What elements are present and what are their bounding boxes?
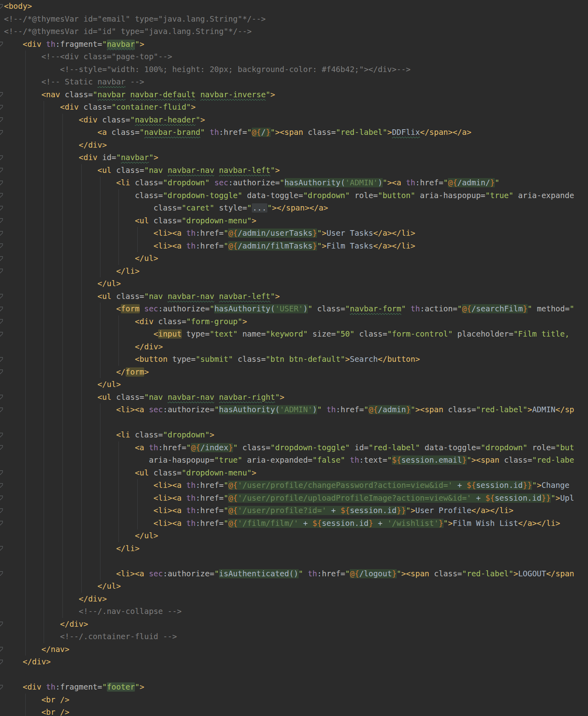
code-line[interactable]: <a th:href="@{/index}" class="dropdown-t… [0, 441, 588, 454]
code-token: aria-haspopup= [149, 455, 214, 465]
indent-space [4, 708, 41, 716]
code-line[interactable]: <!--/.nav-collapse --> [0, 605, 588, 618]
code-line[interactable]: <ul class="nav navbar-nav navbar-left"> [0, 164, 588, 177]
indent-space [140, 304, 144, 313]
code-token: " [186, 443, 191, 452]
code-token: "Film title, [514, 329, 570, 339]
code-token: /index [200, 443, 228, 452]
code-line[interactable]: <li class="dropdown" sec:authorize="hasA… [0, 176, 588, 189]
code-line[interactable]: <ul class="dropdown-menu"> [0, 215, 588, 227]
indent-space [4, 102, 60, 112]
code-line[interactable]: <div th:fragment="footer"> [0, 681, 588, 694]
code-line[interactable]: </ul> [0, 378, 588, 391]
code-line[interactable]: <a class="navbar-brand" th:href="@{/}"><… [0, 126, 588, 139]
code-line[interactable]: <ul class="nav navbar-nav navbar-right"> [0, 391, 588, 404]
code-line[interactable]: <!--<div class="page-top"--> [0, 50, 588, 63]
code-line[interactable]: <button type="submit" class="btn btn-def… [0, 353, 588, 366]
code-line[interactable]: <div class="container-fluid"> [0, 101, 588, 114]
code-line[interactable]: <input type="text" name="keyword" size="… [0, 328, 588, 341]
code-line[interactable]: </ul> [0, 580, 588, 593]
code-token: input [158, 329, 181, 339]
code-token: ></span></a> [272, 203, 328, 213]
code-line[interactable]: <!--style="width: 100%; height: 20px; ba… [0, 63, 588, 76]
indent-space [4, 115, 79, 124]
code-line[interactable]: <li><a th:href="@{'/user/profile/changeP… [0, 479, 588, 492]
code-line[interactable]: <li><a th:href="@{'/user/profile?id=' + … [0, 504, 588, 517]
code-line[interactable]: class="dropdown-toggle" data-toggle="dro… [0, 189, 588, 202]
code-line[interactable]: <ul class="dropdown-menu"> [0, 467, 588, 479]
code-token: } [490, 178, 495, 187]
code-token: @{ [228, 481, 237, 490]
code-token: " [267, 203, 272, 213]
indent-space [4, 40, 23, 49]
code-line[interactable]: </div> [0, 341, 588, 353]
code-line[interactable]: class="caret" style="..."></span></a> [0, 202, 588, 215]
code-line[interactable]: <div th:fragment="navbar"> [0, 38, 588, 51]
code-line[interactable]: <li class="dropdown"> [0, 429, 588, 441]
indent-space [4, 52, 41, 61]
code-line[interactable]: </ul> [0, 529, 588, 542]
code-line[interactable]: </ul> [0, 252, 588, 265]
code-token: </span [546, 569, 574, 578]
code-line[interactable]: <div id="navbar"> [0, 151, 588, 164]
code-token: <nav [41, 90, 60, 99]
indent-space [406, 304, 411, 313]
code-line[interactable]: </nav> [0, 643, 588, 656]
code-token: class= [154, 216, 182, 225]
code-token: ADMIN [532, 405, 555, 414]
code-line[interactable]: <li><a th:href="@{/admin/userTasks}">Use… [0, 227, 588, 240]
code-line[interactable]: <br /> [0, 706, 588, 716]
code-line[interactable]: <body> [0, 0, 588, 13]
code-token: </a></li> [518, 519, 560, 528]
code-line[interactable]: <ul class="nav navbar-nav navbar-left"> [0, 290, 588, 303]
code-token: class= [65, 90, 93, 99]
code-line[interactable] [0, 416, 588, 429]
indent-space [154, 317, 159, 326]
code-line[interactable]: <li><a sec:authorize="hasAuthority('ADMI… [0, 403, 588, 416]
code-line[interactable]: <form sec:authorize="hasAuthority('USER'… [0, 303, 588, 315]
code-token: <body> [4, 2, 32, 11]
code-token: "nav [144, 393, 167, 402]
code-token: "dropdown" [481, 443, 528, 452]
code-line[interactable]: <div class="navbar-header"> [0, 114, 588, 126]
code-line[interactable] [0, 668, 588, 681]
code-line[interactable]: aria-haspopup="true" aria-expanded="fals… [0, 454, 588, 467]
code-line[interactable]: <li><a th:href="@{/admin/filmTasks}">Fil… [0, 240, 588, 253]
code-token: "dropdown-toggle" [163, 191, 242, 200]
code-token: class= [359, 329, 387, 339]
code-token: " [364, 405, 369, 414]
code-editor[interactable]: <body><!--/*@thymesVar id="email" type="… [0, 0, 588, 716]
code-token: <!-- Static [41, 77, 97, 86]
code-line[interactable]: <!--/.container-fluid --> [0, 630, 588, 643]
code-token: @{ [252, 128, 261, 137]
code-line[interactable]: <br /> [0, 694, 588, 706]
code-line[interactable]: </div> [0, 656, 588, 668]
code-line[interactable]: <!--/*@thymesVar id="email" type="java.l… [0, 13, 588, 26]
indent-space [4, 657, 23, 666]
code-line[interactable]: <nav class="navbar navbar-default navbar… [0, 88, 588, 101]
code-line[interactable]: <li><a th:href="@{'/film/film/' + ${sess… [0, 517, 588, 530]
code-token [126, 90, 130, 99]
code-token: <div [60, 102, 79, 112]
code-line[interactable]: </li> [0, 542, 588, 555]
code-line[interactable]: <li><a sec:authorize="isAuthenticated()"… [0, 568, 588, 580]
code-line[interactable]: </form> [0, 366, 588, 379]
code-token: navbar-form [350, 304, 401, 313]
indent-space [4, 367, 116, 377]
code-line[interactable]: <li><a th:href="@{'/user/profile/uploadP… [0, 492, 588, 505]
code-line[interactable]: <div class="form-group"> [0, 315, 588, 328]
indent-space [514, 191, 518, 200]
code-token: type= [172, 355, 195, 364]
code-line[interactable]: </ul> [0, 277, 588, 290]
code-line[interactable] [0, 555, 588, 568]
code-token [214, 292, 219, 301]
code-line[interactable]: </div> [0, 593, 588, 606]
code-token: " [224, 481, 229, 490]
code-line[interactable]: </li> [0, 265, 588, 278]
code-line[interactable]: </div> [0, 618, 588, 631]
code-token: '/film/film/' [238, 519, 299, 528]
code-token: " [383, 178, 387, 187]
code-line[interactable]: <!-- Static navbar --> [0, 76, 588, 88]
code-line[interactable]: <!--/*@thymesVar id="id" type="java.lang… [0, 25, 588, 38]
code-line[interactable]: </div> [0, 139, 588, 152]
